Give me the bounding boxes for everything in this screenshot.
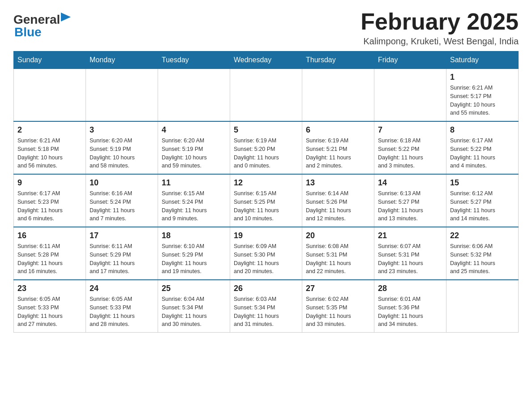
- day-info: Sunrise: 6:10 AM Sunset: 5:29 PM Dayligh…: [162, 242, 226, 276]
- day-info: Sunrise: 6:11 AM Sunset: 5:29 PM Dayligh…: [90, 242, 154, 276]
- day-info: Sunrise: 6:05 AM Sunset: 5:33 PM Dayligh…: [90, 295, 154, 329]
- day-info: Sunrise: 6:15 AM Sunset: 5:24 PM Dayligh…: [162, 189, 226, 223]
- calendar-cell: 6Sunrise: 6:19 AM Sunset: 5:21 PM Daylig…: [302, 121, 374, 174]
- day-info: Sunrise: 6:21 AM Sunset: 5:17 PM Dayligh…: [450, 84, 515, 117]
- logo-general-text: General: [13, 13, 60, 26]
- day-number: 27: [306, 284, 370, 293]
- location-subtitle: Kalimpong, Kruketi, West Bengal, India: [360, 36, 519, 47]
- calendar-week-row: 16Sunrise: 6:11 AM Sunset: 5:28 PM Dayli…: [14, 227, 519, 280]
- calendar-cell: 26Sunrise: 6:03 AM Sunset: 5:34 PM Dayli…: [230, 280, 302, 333]
- calendar-cell: 9Sunrise: 6:17 AM Sunset: 5:23 PM Daylig…: [14, 174, 86, 227]
- calendar-cell: 18Sunrise: 6:10 AM Sunset: 5:29 PM Dayli…: [158, 227, 230, 280]
- day-info: Sunrise: 6:05 AM Sunset: 5:33 PM Dayligh…: [17, 295, 82, 329]
- calendar-header-row: SundayMondayTuesdayWednesdayThursdayFrid…: [14, 51, 519, 69]
- calendar-week-row: 2Sunrise: 6:21 AM Sunset: 5:18 PM Daylig…: [14, 121, 519, 174]
- day-number: 19: [234, 231, 298, 240]
- calendar-cell: 4Sunrise: 6:20 AM Sunset: 5:19 PM Daylig…: [158, 121, 230, 174]
- calendar-week-row: 23Sunrise: 6:05 AM Sunset: 5:33 PM Dayli…: [14, 280, 519, 333]
- day-info: Sunrise: 6:14 AM Sunset: 5:26 PM Dayligh…: [306, 189, 370, 223]
- calendar-cell: 20Sunrise: 6:08 AM Sunset: 5:31 PM Dayli…: [302, 227, 374, 280]
- calendar-cell: 1Sunrise: 6:21 AM Sunset: 5:17 PM Daylig…: [446, 69, 519, 122]
- logo-arrow-icon: [61, 13, 71, 22]
- day-info: Sunrise: 6:20 AM Sunset: 5:19 PM Dayligh…: [90, 137, 154, 170]
- day-number: 4: [162, 125, 226, 135]
- day-number: 12: [234, 178, 298, 188]
- calendar-cell: 12Sunrise: 6:15 AM Sunset: 5:25 PM Dayli…: [230, 174, 302, 227]
- calendar-cell: [302, 69, 374, 122]
- calendar-cell: [86, 69, 158, 122]
- day-number: 23: [17, 284, 82, 293]
- calendar-cell: 24Sunrise: 6:05 AM Sunset: 5:33 PM Dayli…: [86, 280, 158, 333]
- day-number: 22: [450, 231, 515, 240]
- calendar-cell: 16Sunrise: 6:11 AM Sunset: 5:28 PM Dayli…: [14, 227, 86, 280]
- day-number: 11: [162, 178, 226, 188]
- day-number: 13: [306, 178, 370, 188]
- day-info: Sunrise: 6:01 AM Sunset: 5:36 PM Dayligh…: [378, 295, 442, 329]
- calendar-cell: [446, 280, 519, 333]
- column-header-tuesday: Tuesday: [158, 51, 230, 69]
- day-number: 10: [90, 178, 154, 188]
- day-number: 3: [90, 125, 154, 135]
- day-number: 6: [306, 125, 370, 135]
- day-number: 18: [162, 231, 226, 240]
- calendar-cell: 2Sunrise: 6:21 AM Sunset: 5:18 PM Daylig…: [14, 121, 86, 174]
- calendar-cell: 17Sunrise: 6:11 AM Sunset: 5:29 PM Dayli…: [86, 227, 158, 280]
- calendar-cell: 8Sunrise: 6:17 AM Sunset: 5:22 PM Daylig…: [446, 121, 519, 174]
- day-info: Sunrise: 6:18 AM Sunset: 5:22 PM Dayligh…: [378, 137, 442, 170]
- calendar-cell: 15Sunrise: 6:12 AM Sunset: 5:27 PM Dayli…: [446, 174, 519, 227]
- calendar-cell: 7Sunrise: 6:18 AM Sunset: 5:22 PM Daylig…: [374, 121, 446, 174]
- svg-marker-0: [61, 13, 71, 21]
- day-info: Sunrise: 6:20 AM Sunset: 5:19 PM Dayligh…: [162, 137, 226, 170]
- calendar-cell: 13Sunrise: 6:14 AM Sunset: 5:26 PM Dayli…: [302, 174, 374, 227]
- day-number: 5: [234, 125, 298, 135]
- day-info: Sunrise: 6:06 AM Sunset: 5:32 PM Dayligh…: [450, 242, 515, 276]
- calendar-cell: [374, 69, 446, 122]
- day-number: 25: [162, 284, 226, 293]
- column-header-sunday: Sunday: [14, 51, 86, 69]
- day-info: Sunrise: 6:21 AM Sunset: 5:18 PM Dayligh…: [17, 137, 82, 170]
- logo-blue-text: Blue: [14, 25, 42, 39]
- day-info: Sunrise: 6:15 AM Sunset: 5:25 PM Dayligh…: [234, 189, 298, 223]
- calendar-cell: 10Sunrise: 6:16 AM Sunset: 5:24 PM Dayli…: [86, 174, 158, 227]
- day-info: Sunrise: 6:13 AM Sunset: 5:27 PM Dayligh…: [378, 189, 442, 223]
- calendar-cell: 21Sunrise: 6:07 AM Sunset: 5:31 PM Dayli…: [374, 227, 446, 280]
- title-section: February 2025 Kalimpong, Kruketi, West B…: [360, 9, 519, 47]
- day-number: 7: [378, 125, 442, 135]
- day-number: 28: [378, 284, 442, 293]
- day-number: 1: [450, 73, 515, 82]
- day-info: Sunrise: 6:09 AM Sunset: 5:30 PM Dayligh…: [234, 242, 298, 276]
- day-number: 14: [378, 178, 442, 188]
- day-info: Sunrise: 6:19 AM Sunset: 5:21 PM Dayligh…: [306, 137, 370, 170]
- calendar-cell: [14, 69, 86, 122]
- day-info: Sunrise: 6:12 AM Sunset: 5:27 PM Dayligh…: [450, 189, 515, 223]
- calendar-cell: 27Sunrise: 6:02 AM Sunset: 5:35 PM Dayli…: [302, 280, 374, 333]
- calendar-cell: 3Sunrise: 6:20 AM Sunset: 5:19 PM Daylig…: [86, 121, 158, 174]
- calendar-cell: 28Sunrise: 6:01 AM Sunset: 5:36 PM Dayli…: [374, 280, 446, 333]
- day-number: 9: [17, 178, 82, 188]
- logo-container: General Blue: [13, 13, 71, 39]
- column-header-thursday: Thursday: [302, 51, 374, 69]
- calendar-cell: 25Sunrise: 6:04 AM Sunset: 5:34 PM Dayli…: [158, 280, 230, 333]
- day-info: Sunrise: 6:04 AM Sunset: 5:34 PM Dayligh…: [162, 295, 226, 329]
- column-header-friday: Friday: [374, 51, 446, 69]
- calendar-cell: 22Sunrise: 6:06 AM Sunset: 5:32 PM Dayli…: [446, 227, 519, 280]
- column-header-saturday: Saturday: [446, 51, 519, 69]
- calendar-cell: 11Sunrise: 6:15 AM Sunset: 5:24 PM Dayli…: [158, 174, 230, 227]
- day-info: Sunrise: 6:07 AM Sunset: 5:31 PM Dayligh…: [378, 242, 442, 276]
- day-number: 20: [306, 231, 370, 240]
- calendar-table: SundayMondayTuesdayWednesdayThursdayFrid…: [13, 51, 519, 333]
- calendar-cell: 5Sunrise: 6:19 AM Sunset: 5:20 PM Daylig…: [230, 121, 302, 174]
- day-number: 17: [90, 231, 154, 240]
- month-title: February 2025: [360, 9, 519, 34]
- day-number: 2: [17, 125, 82, 135]
- column-header-monday: Monday: [86, 51, 158, 69]
- day-info: Sunrise: 6:03 AM Sunset: 5:34 PM Dayligh…: [234, 295, 298, 329]
- day-number: 21: [378, 231, 442, 240]
- day-info: Sunrise: 6:19 AM Sunset: 5:20 PM Dayligh…: [234, 137, 298, 170]
- day-number: 15: [450, 178, 515, 188]
- day-info: Sunrise: 6:16 AM Sunset: 5:24 PM Dayligh…: [90, 189, 154, 223]
- calendar-cell: 19Sunrise: 6:09 AM Sunset: 5:30 PM Dayli…: [230, 227, 302, 280]
- day-info: Sunrise: 6:02 AM Sunset: 5:35 PM Dayligh…: [306, 295, 370, 329]
- day-number: 8: [450, 125, 515, 135]
- day-info: Sunrise: 6:17 AM Sunset: 5:22 PM Dayligh…: [450, 137, 515, 170]
